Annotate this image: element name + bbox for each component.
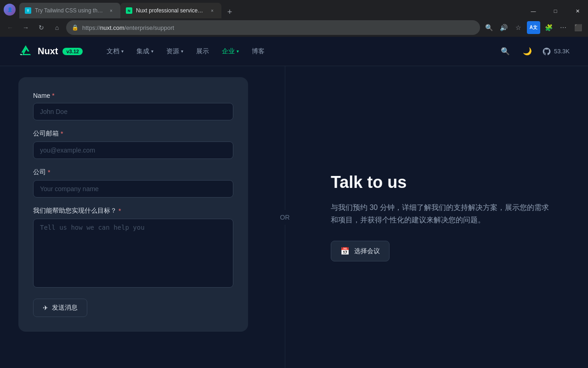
home-button[interactable]: ⌂ (51, 21, 63, 34)
new-tab-button[interactable]: + (223, 6, 236, 18)
main-layout: Name * 公司邮箱 * 公司 (0, 66, 588, 368)
nuxt-logo-icon (18, 44, 33, 59)
name-field-group: Name * (33, 92, 233, 120)
lock-icon: 🔒 (72, 24, 79, 31)
tab-nuxt[interactable]: N Nuxt professional services · Enter... … (120, 3, 221, 18)
name-input[interactable] (33, 103, 233, 120)
tab-favicon: T (25, 7, 31, 14)
nav-enterprise[interactable]: 企业 ▾ (216, 45, 244, 58)
page-content: Nuxt v3.12 文档 ▾ 集成 ▾ 资源 ▾ 展示 企业 ▾ (0, 37, 588, 368)
toolbar-actions: 🔍 🔊 ☆ A文 🧩 ⋯ ⬛ (483, 21, 584, 34)
nav-links: 文档 ▾ 集成 ▾ 资源 ▾ 展示 企业 ▾ 博客 (101, 45, 498, 58)
calendar-icon: 📅 (340, 247, 350, 255)
chevron-down-icon: ▾ (237, 49, 239, 54)
form-card: Name * 公司邮箱 * 公司 (18, 77, 248, 332)
chevron-down-icon: ▾ (121, 49, 124, 54)
back-button[interactable]: ← (4, 21, 17, 34)
required-indicator: * (61, 130, 63, 137)
tab-title-active: Nuxt professional services · Enter... (136, 7, 205, 14)
company-input[interactable] (33, 180, 233, 198)
schedule-meeting-button[interactable]: 📅 选择会议 (331, 241, 390, 261)
github-icon (542, 47, 551, 56)
chevron-down-icon: ▾ (181, 49, 183, 54)
chevron-down-icon: ▾ (151, 49, 153, 54)
reload-button[interactable]: ↻ (35, 21, 48, 34)
search-button[interactable]: 🔍 (498, 44, 513, 59)
browser-chrome: 👤 T Try Tailwind CSS using the Play C...… (0, 0, 588, 37)
or-divider: OR (266, 66, 303, 368)
required-indicator: * (48, 169, 50, 176)
nav-integrations[interactable]: 集成 ▾ (131, 45, 159, 58)
forward-button[interactable]: → (19, 21, 32, 34)
maximize-button[interactable]: □ (545, 4, 566, 18)
avatar: 👤 (4, 4, 16, 16)
tab-close-button[interactable]: × (107, 7, 115, 14)
company-label: 公司 * (33, 168, 233, 176)
goal-field-group: 我们能帮助您实现什么目标？ * (33, 207, 233, 289)
nav-actions: 🔍 🌙 53.3K (498, 44, 570, 59)
version-badge: v3.12 (62, 48, 83, 55)
theme-toggle-button[interactable]: 🌙 (520, 44, 535, 59)
minimize-button[interactable]: — (523, 4, 544, 18)
url-text: https://nuxt.com/enterprise/support (82, 24, 475, 31)
nuxt-navbar: Nuxt v3.12 文档 ▾ 集成 ▾ 资源 ▾ 展示 企业 ▾ (0, 37, 588, 66)
talk-description: 与我们预约 30 分钟，详细了解我们的支持解决方案，展示您的需求和项目，并获得个… (331, 201, 551, 226)
sidebar-button[interactable]: ⬛ (571, 21, 584, 34)
browser-toolbar: ← → ↻ ⌂ 🔒 https://nuxt.com/enterprise/su… (0, 18, 588, 37)
nuxt-logo-text: Nuxt (38, 46, 58, 57)
name-label: Name * (33, 92, 233, 99)
nav-showcase[interactable]: 展示 (191, 45, 215, 58)
send-icon: ✈ (43, 304, 48, 311)
close-button[interactable]: ✕ (567, 4, 588, 18)
favorites-button[interactable]: ☆ (512, 21, 525, 34)
edge-search-button[interactable]: 🔍 (483, 21, 496, 34)
right-panel: Talk to us 与我们预约 30 分钟，详细了解我们的支持解决方案，展示您… (303, 66, 588, 368)
email-input[interactable] (33, 142, 233, 159)
tab-tailwind[interactable]: T Try Tailwind CSS using the Play C... × (19, 3, 120, 18)
talk-section: Talk to us 与我们预约 30 分钟，详细了解我们的支持解决方案，展示您… (331, 173, 551, 261)
submit-button[interactable]: ✈ 发送消息 (33, 299, 87, 317)
translate-button[interactable]: A文 (527, 21, 540, 34)
company-field-group: 公司 * (33, 168, 233, 198)
email-field-group: 公司邮箱 * (33, 130, 233, 159)
nav-resources[interactable]: 资源 ▾ (161, 45, 189, 58)
tab-favicon-active: N (126, 7, 132, 14)
tab-close-active-button[interactable]: × (209, 7, 216, 14)
form-panel: Name * 公司邮箱 * 公司 (0, 66, 266, 368)
goal-label: 我们能帮助您实现什么目标？ * (33, 207, 233, 215)
address-bar[interactable]: 🔒 https://nuxt.com/enterprise/support (66, 20, 480, 35)
talk-title: Talk to us (331, 173, 551, 192)
nuxt-logo[interactable]: Nuxt v3.12 (18, 44, 83, 59)
nav-blog[interactable]: 博客 (246, 45, 270, 58)
github-button[interactable]: 53.3K (542, 47, 570, 56)
github-stars: 53.3K (554, 48, 570, 55)
required-indicator: * (119, 207, 121, 215)
window-controls: — □ ✕ (523, 4, 588, 18)
tab-title: Try Tailwind CSS using the Play C... (35, 7, 104, 14)
extensions-button[interactable]: 🧩 (542, 21, 555, 34)
goal-textarea[interactable] (33, 219, 233, 288)
nav-docs[interactable]: 文档 ▾ (101, 45, 129, 58)
email-label: 公司邮箱 * (33, 130, 233, 138)
more-button[interactable]: ⋯ (557, 21, 570, 34)
required-indicator: * (52, 92, 54, 99)
read-aloud-button[interactable]: 🔊 (498, 21, 510, 34)
or-text: OR (278, 210, 292, 225)
